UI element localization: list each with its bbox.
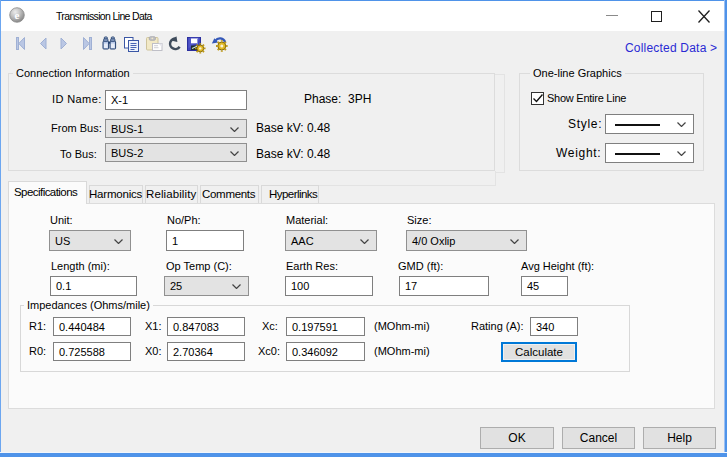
svg-text:e: e — [15, 9, 20, 21]
